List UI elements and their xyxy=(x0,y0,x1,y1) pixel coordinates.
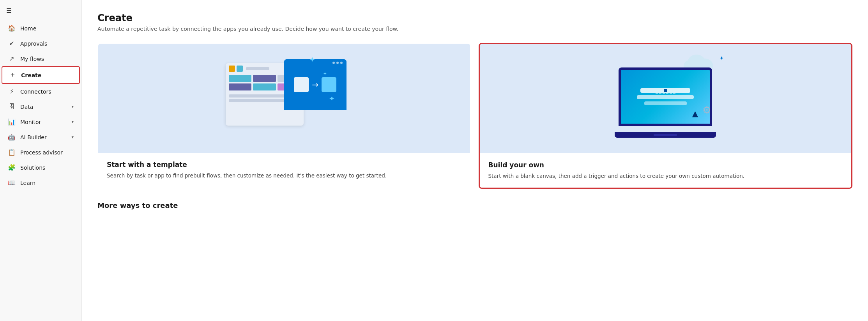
sidebar-item-label: Connectors xyxy=(20,89,51,95)
template-card-title: Start with a template xyxy=(107,161,461,168)
sparkle-icon: ✦ xyxy=(309,55,315,64)
sidebar-item-label: Process advisor xyxy=(20,149,63,156)
solutions-icon: 🧩 xyxy=(8,164,16,171)
sidebar: ☰ 🏠 Home ✔ Approvals ↗ My flows ＋ Create… xyxy=(0,0,82,321)
monitor-icon: 📊 xyxy=(8,118,16,126)
sidebar-item-label: Approvals xyxy=(20,41,47,47)
page-title: Create xyxy=(97,12,852,23)
hamburger-icon: ☰ xyxy=(6,7,12,14)
sidebar-item-label: Home xyxy=(20,25,36,32)
sidebar-item-label: AI Builder xyxy=(20,134,47,140)
home-icon: 🏠 xyxy=(8,25,16,32)
sidebar-item-label: Learn xyxy=(20,180,35,186)
sparkle-icon: ✦ xyxy=(329,94,335,103)
laptop-base xyxy=(615,132,716,138)
sidebar-item-data[interactable]: 🗄 Data ▾ xyxy=(2,99,80,114)
svg-point-3 xyxy=(688,55,705,69)
sidebar-item-my-flows[interactable]: ↗ My flows xyxy=(2,51,80,66)
sidebar-item-label: Data xyxy=(20,104,33,110)
template-card-desc: Search by task or app to find prebuilt f… xyxy=(107,172,461,179)
cards-row: → ✦ ✦ ✦ xyxy=(97,43,852,189)
my-flows-icon: ↗ xyxy=(8,55,16,62)
process-advisor-icon: 📋 xyxy=(8,149,16,156)
more-ways-title: More ways to create xyxy=(97,201,852,209)
learn-icon: 📖 xyxy=(8,179,16,186)
sidebar-item-process-advisor[interactable]: 📋 Process advisor xyxy=(2,145,80,160)
sidebar-item-label: Monitor xyxy=(20,119,41,125)
template-card[interactable]: → ✦ ✦ ✦ xyxy=(97,43,471,189)
sidebar-item-label: My flows xyxy=(20,56,44,62)
chevron-down-icon: ▾ xyxy=(71,135,74,140)
sidebar-item-monitor[interactable]: 📊 Monitor ▾ xyxy=(2,114,80,129)
build-illustration: ✦ xyxy=(603,52,728,138)
cursor-icon: ▲ xyxy=(692,109,698,118)
sidebar-item-approvals[interactable]: ✔ Approvals xyxy=(2,36,80,51)
build-own-card-desc: Start with a blank canvas, then add a tr… xyxy=(488,172,843,180)
sidebar-item-learn[interactable]: 📖 Learn xyxy=(2,175,80,190)
connectors-icon: ⚡ xyxy=(8,88,16,95)
sidebar-item-create[interactable]: ＋ Create xyxy=(2,66,80,84)
build-own-card[interactable]: ✦ xyxy=(479,43,853,189)
sidebar-item-ai-builder[interactable]: 🤖 AI Builder ▾ xyxy=(2,129,80,145)
template-card-image: → ✦ ✦ ✦ xyxy=(98,44,470,153)
laptop-screen: ⚙ ▲ xyxy=(619,67,712,126)
template-illustration: → ✦ ✦ ✦ xyxy=(222,55,346,141)
sidebar-item-solutions[interactable]: 🧩 Solutions xyxy=(2,160,80,175)
page-subtitle: Automate a repetitive task by connecting… xyxy=(97,26,852,32)
chevron-down-icon: ▾ xyxy=(71,119,74,124)
gear-icon: ⚙ xyxy=(702,104,711,116)
ai-builder-icon: 🤖 xyxy=(8,133,16,141)
sidebar-item-connectors[interactable]: ⚡ Connectors xyxy=(2,84,80,99)
create-icon: ＋ xyxy=(9,71,16,79)
sidebar-item-label: Solutions xyxy=(20,165,45,171)
sidebar-item-home[interactable]: 🏠 Home xyxy=(2,21,80,36)
chevron-down-icon: ▾ xyxy=(71,104,74,109)
build-own-card-image: ✦ xyxy=(480,44,852,153)
build-own-card-title: Build your own xyxy=(488,161,843,169)
data-icon: 🗄 xyxy=(8,103,16,110)
sidebar-item-label: Create xyxy=(21,72,41,78)
template-card-body: Start with a template Search by task or … xyxy=(98,153,470,187)
main-content: Create Automate a repetitive task by con… xyxy=(82,0,868,321)
sparkle-icon: ✦ xyxy=(323,71,327,76)
build-own-card-body: Build your own Start with a blank canvas… xyxy=(480,153,852,188)
hamburger-button[interactable]: ☰ xyxy=(0,3,81,21)
template-screen: → xyxy=(284,59,346,110)
sparkle-icon: ✦ xyxy=(720,55,724,61)
approvals-icon: ✔ xyxy=(8,40,16,47)
laptop: ⚙ ▲ xyxy=(615,67,716,138)
